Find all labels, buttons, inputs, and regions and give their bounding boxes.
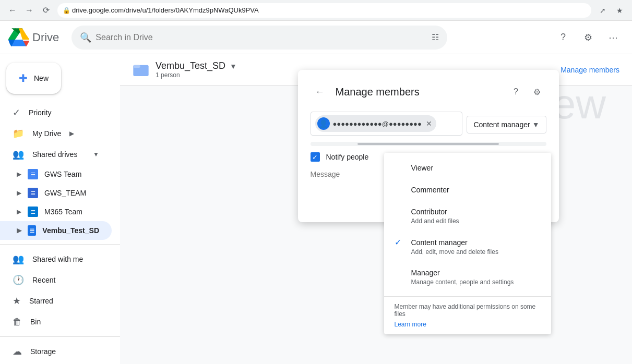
help-button[interactable]: ? [553, 27, 574, 48]
search-icon: 🔍 [80, 32, 91, 43]
m365-arrow: ▶ [17, 208, 21, 215]
back-button[interactable]: ← [5, 3, 20, 18]
reload-button[interactable]: ⟳ [39, 3, 53, 18]
dropdown-arrow-icon: ▼ [532, 120, 540, 129]
email-chip: 👤 ●●●●●●●●●●●●@●●●●●●●● ✕ [315, 115, 436, 132]
gws-team2-arrow: ▶ [17, 189, 21, 197]
avatar-icon: 👤 [319, 119, 328, 128]
email-role-row: 👤 ●●●●●●●●●●●●@●●●●●●●● ✕ Content manage… [311, 112, 546, 138]
recent-icon: 🕐 [13, 274, 24, 286]
viewer-check-icon [395, 163, 407, 173]
new-button-label: New [34, 74, 49, 82]
browser-nav: ← → ⟳ [5, 3, 53, 18]
browser-actions: ➚ ★ [595, 3, 627, 18]
my-drive-arrow: ▶ [69, 130, 74, 137]
contributor-check-icon [395, 207, 407, 216]
browser-chrome: ← → ⟳ 🔒 ➚ ★ [0, 0, 632, 21]
shared-drive-m365[interactable]: ▶ ☰ M365 Team [0, 202, 120, 221]
sidebar: ✚ New ✓ Priority 📁 My Drive ▶ 👥 Shared d… [0, 54, 120, 364]
logo[interactable]: Drive [8, 27, 59, 48]
gws-team-label: GWS Team [44, 170, 81, 178]
main: ✚ New ✓ Priority 📁 My Drive ▶ 👥 Shared d… [0, 54, 632, 364]
dialog-header: ← Manage members ? ⚙ [311, 82, 546, 101]
manager-check-icon [395, 268, 407, 277]
priority-label: Priority [29, 108, 52, 117]
sidebar-item-starred[interactable]: ★ Starred [0, 290, 112, 311]
my-drive-label: My Drive [32, 129, 61, 138]
sidebar-item-storage[interactable]: ☁ Storage [0, 341, 112, 362]
manage-members-dialog: ← Manage members ? ⚙ 👤 [298, 70, 559, 222]
gws-team-icon: ☰ [28, 169, 38, 179]
plus-icon: ✚ [19, 72, 28, 84]
role-label: Content manager [473, 120, 530, 129]
dropdown-item-manager[interactable]: Manager Manage content, people and setti… [384, 262, 551, 292]
topbar: Drive 🔍 ☷ ? ⚙ ⋯ [0, 21, 632, 54]
learn-more-link[interactable]: Learn more [395, 321, 426, 328]
shared-drive-vembu[interactable]: ▶ ☰ Vembu_Test_SD [0, 221, 112, 240]
m365-icon: ☰ [28, 207, 38, 217]
dropdown-item-contributor[interactable]: Contributor Add and edit files [384, 201, 551, 231]
vembu-icon: ☰ [28, 225, 36, 236]
dropdown-footer: Member may have additional permissions o… [384, 296, 551, 330]
sidebar-item-shared-drives[interactable]: 👥 Shared drives ▼ [0, 144, 112, 165]
sidebar-item-priority[interactable]: ✓ Priority [0, 102, 112, 123]
chip-email: ●●●●●●●●●●●●@●●●●●●●● [333, 120, 422, 128]
search-bar: 🔍 ☷ [71, 26, 447, 50]
manager-subtitle: Manage content, people and settings [411, 278, 541, 286]
sidebar-item-bin[interactable]: 🗑 Bin [0, 311, 112, 332]
filter-icon[interactable]: ☷ [432, 32, 439, 42]
content-manager-label: Content manager [411, 238, 468, 247]
drive-logo-icon [8, 27, 29, 48]
my-drive-icon: 📁 [13, 128, 24, 139]
dialog-back-button[interactable]: ← [311, 82, 329, 101]
gws-team-arrow: ▶ [17, 171, 21, 178]
content-manager-check-icon: ✓ [395, 237, 407, 247]
chip-close-button[interactable]: ✕ [426, 119, 432, 128]
sidebar-item-shared-with-me[interactable]: 👥 Shared with me [0, 249, 112, 270]
email-area[interactable]: 👤 ●●●●●●●●●●●●@●●●●●●●● ✕ [311, 112, 463, 136]
viewer-label: Viewer [411, 164, 434, 172]
dialog-header-actions: ? ⚙ [507, 82, 546, 101]
bookmark-button[interactable]: ★ [612, 3, 627, 18]
commenter-label: Commenter [411, 186, 449, 194]
vembu-label: Vembu_Test_SD [42, 226, 99, 235]
shared-drive-gws-team[interactable]: ▶ ☰ GWS Team [0, 165, 120, 184]
share-button[interactable]: ➚ [595, 3, 610, 18]
dialog-help-button[interactable]: ? [507, 82, 526, 101]
shared-drives-icon: 👥 [13, 149, 24, 160]
starred-label: Starred [29, 297, 53, 305]
address-input[interactable] [57, 3, 591, 18]
new-button[interactable]: ✚ New [6, 63, 61, 94]
dropdown-item-commenter[interactable]: Commenter [384, 179, 551, 201]
footer-text: Member may have additional permissions o… [395, 303, 541, 318]
role-dropdown-menu: Viewer Commenter [384, 153, 551, 334]
starred-icon: ★ [13, 295, 21, 307]
shared-drive-gws-team-2[interactable]: ▶ ☰ GWS_TEAM [0, 184, 120, 202]
gws-team2-label: GWS_TEAM [44, 189, 86, 197]
bin-icon: 🗑 [13, 317, 22, 327]
search-input[interactable] [96, 33, 427, 42]
role-dropdown[interactable]: Content manager ▼ Viewer [467, 116, 546, 134]
dialog-title: Manage members [336, 86, 500, 98]
settings-button[interactable]: ⚙ [578, 27, 599, 48]
address-bar-wrap: 🔒 [57, 3, 591, 18]
forward-button[interactable]: → [22, 3, 37, 18]
modal-backdrop: ← Manage members ? ⚙ 👤 [120, 54, 632, 364]
contributor-subtitle: Add and edit files [411, 217, 541, 225]
gws-team2-icon: ☰ [28, 188, 38, 198]
notify-label: Notify people [326, 153, 369, 161]
shared-with-me-icon: 👥 [13, 253, 24, 265]
sidebar-item-my-drive[interactable]: 📁 My Drive ▶ [0, 123, 112, 144]
vembu-arrow: ▶ [17, 227, 21, 234]
dialog-settings-button[interactable]: ⚙ [528, 82, 546, 101]
sidebar-item-recent[interactable]: 🕐 Recent [0, 270, 112, 290]
sidebar-divider [0, 244, 120, 245]
lock-icon: 🔒 [63, 7, 70, 14]
m365-label: M365 Team [44, 208, 82, 216]
apps-button[interactable]: ⋯ [603, 27, 624, 48]
dropdown-item-viewer[interactable]: Viewer [384, 157, 551, 179]
dropdown-item-content-manager[interactable]: ✓ Content manager Add, edit, move and de… [384, 231, 551, 262]
notify-checkbox[interactable]: ✓ [311, 152, 320, 162]
manager-label: Manager [411, 269, 440, 277]
chip-avatar: 👤 [317, 117, 330, 130]
